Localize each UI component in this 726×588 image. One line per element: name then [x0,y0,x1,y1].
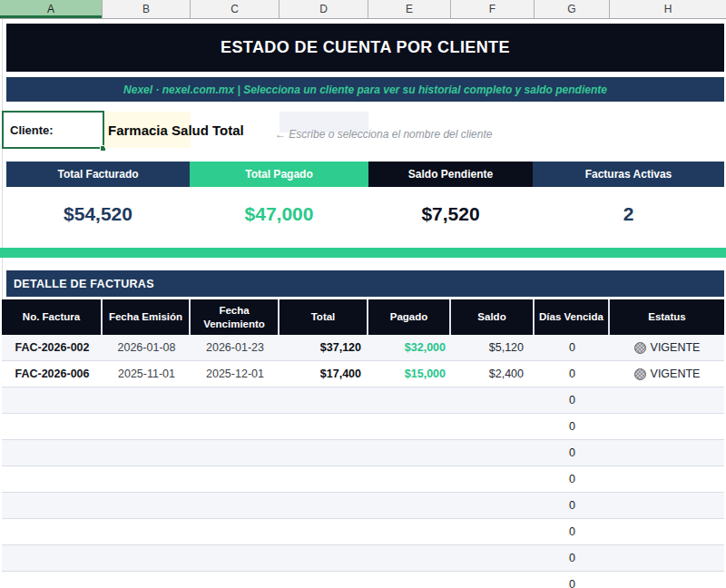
cell-pagado[interactable]: $32,000 [368,341,451,354]
cell-fecha-vencimiento[interactable]: 2025-12-01 [191,368,280,380]
cell-dias-vencida[interactable]: 0 [535,499,610,512]
column-header-e[interactable]: E [368,0,451,18]
status-label: VIGENTE [651,368,701,380]
client-label: Cliente: [10,123,54,137]
cell-estatus[interactable]: VIGENTE [610,368,724,380]
report-title-bar: ESTADO DE CUENTA POR CLIENTE [6,24,724,72]
cell-dias-vencida[interactable]: 0 [535,552,610,564]
col-header-no-factura[interactable]: No. Factura [2,299,103,335]
cell-total[interactable]: $37,120 [280,341,368,354]
cell-no-factura[interactable]: FAC-2026-002 [2,341,103,354]
column-header-a[interactable]: A [0,0,103,18]
spreadsheet-view: A B C D E F G H ESTADO DE CUENTA POR CLI… [0,0,726,588]
table-row-empty[interactable]: 0 [2,572,724,588]
summary-value-saldo-pendiente[interactable]: $7,520 [368,198,533,230]
summary-tab-facturas-activas[interactable]: Facturas Activas [533,162,724,187]
summary-tab-total-pagado[interactable]: Total Pagado [190,162,368,187]
column-header-d[interactable]: D [280,0,368,18]
report-subtitle-bar: Nexel · nexel.com.mx | Selecciona un cli… [6,77,724,102]
client-name-cell[interactable]: Farmacia Salud Total [104,112,191,148]
cell-fecha-vencimiento[interactable]: 2026-01-23 [191,341,280,354]
summary-value-total-facturado[interactable]: $54,520 [6,198,190,230]
cell-dias-vencida[interactable]: 0 [535,578,610,588]
summary-value-facturas-activas[interactable]: 2 [533,198,724,230]
cell-total[interactable]: $17,400 [280,368,368,380]
col-header-pagado[interactable]: Pagado [368,299,451,335]
cell-saldo[interactable]: $5,120 [451,341,535,354]
status-dot-icon [634,342,646,354]
column-header-b[interactable]: B [103,0,191,18]
summary-value-total-pagado[interactable]: $47,000 [190,198,368,230]
col-header-fecha-vencimiento[interactable]: Fecha Vencimiento [191,299,280,335]
cell-estatus[interactable]: VIGENTE [610,341,724,354]
table-row-empty[interactable]: 0 [2,466,724,493]
cell-dias-vencida[interactable]: 0 [535,368,610,380]
cell-dias-vencida[interactable]: 0 [535,341,610,354]
col-header-estatus[interactable]: Estatus [610,299,724,335]
client-hint-text: ← Escribe o selecciona el nombre del cli… [275,128,492,141]
col-header-fecha-emision[interactable]: Fecha Emisión [103,299,191,335]
table-row-empty[interactable]: 0 [2,414,724,440]
table-row-empty[interactable]: 0 [2,493,724,519]
summary-tab-total-facturado[interactable]: Total Facturado [6,162,190,187]
table-row-empty[interactable]: 0 [2,440,724,466]
cell-dias-vencida[interactable]: 0 [535,525,610,538]
invoice-section-title: DETALLE DE FACTURAS [14,278,154,290]
cell-dias-vencida[interactable]: 0 [535,446,610,459]
column-header-g[interactable]: G [535,0,610,18]
status-dot-icon [634,368,646,380]
invoice-section-header: DETALLE DE FACTURAS [6,270,724,297]
status-label: VIGENTE [651,341,701,354]
col-header-saldo[interactable]: Saldo [451,299,535,335]
table-row-empty[interactable]: 0 [2,545,724,572]
cell-no-factura[interactable]: FAC-2026-006 [2,368,103,380]
divider-bar [0,248,726,258]
cell-dias-vencida[interactable]: 0 [535,473,610,485]
client-name: Farmacia Salud Total [104,122,244,138]
column-header-c[interactable]: C [191,0,280,18]
cell-pagado[interactable]: $15,000 [368,368,451,380]
report-title: ESTADO DE CUENTA POR CLIENTE [221,38,510,57]
cell-dias-vencida[interactable]: 0 [535,420,610,433]
report-subtitle: Nexel · nexel.com.mx | Selecciona un cli… [123,83,607,96]
cell-saldo[interactable]: $2,400 [451,368,535,380]
cell-fecha-emision[interactable]: 2026-01-08 [103,341,191,354]
column-header-h[interactable]: H [610,0,726,18]
column-header-f[interactable]: F [451,0,535,18]
invoice-table-header: No. Factura Fecha Emisión Fecha Vencimie… [2,299,724,335]
column-header-row: A B C D E F G H [0,0,726,19]
cell-fecha-emision[interactable]: 2025-11-01 [103,368,191,380]
table-row[interactable]: FAC-2026-006 2025-11-01 2025-12-01 $17,4… [2,361,724,387]
col-header-dias-vencida[interactable]: Días Vencida [535,299,610,335]
table-row[interactable]: FAC-2026-002 2026-01-08 2026-01-23 $37,1… [2,335,724,361]
summary-tab-saldo-pendiente[interactable]: Saldo Pendiente [368,162,533,187]
col-header-total[interactable]: Total [280,299,368,335]
table-row-empty[interactable]: 0 [2,387,724,414]
cell-dias-vencida[interactable]: 0 [535,394,610,407]
table-row-empty[interactable]: 0 [2,519,724,545]
client-label-cell[interactable]: Cliente: [2,111,104,149]
